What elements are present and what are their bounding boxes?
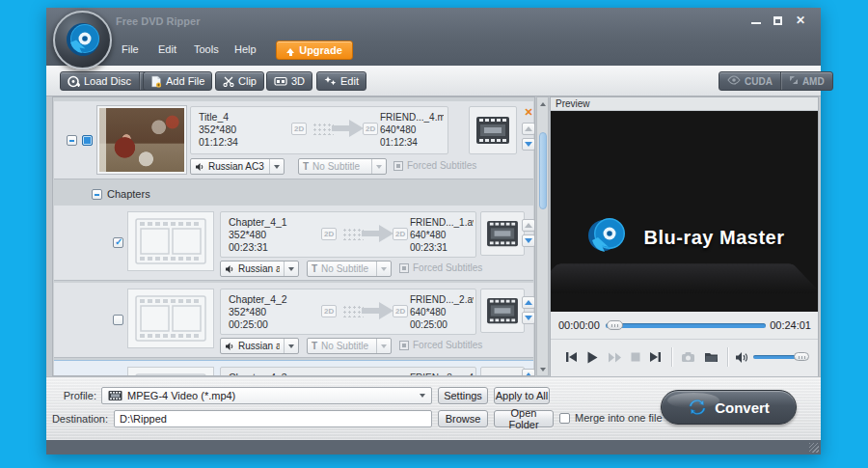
title-row[interactable]: Title_4 352*480 01:12:34 2D 2D FRIEND...… [54, 101, 533, 179]
chapter-row[interactable]: Chapter_4_2 352*480 00:25:00 2D 2D FRIEN… [54, 283, 533, 358]
forced-subtitles-option[interactable]: Forced Subtitles [393, 160, 476, 171]
title-info-box: Title_4 352*480 01:12:34 2D 2D FRIEND...… [190, 106, 448, 154]
remove-row-button[interactable]: ✕ [522, 106, 535, 119]
move-down-button[interactable] [522, 312, 535, 324]
minimize-button[interactable] [747, 13, 765, 28]
forced-subtitles-checkbox[interactable] [399, 263, 409, 273]
move-up-button[interactable] [522, 123, 535, 135]
chapters-label: Chapters [107, 188, 150, 200]
forced-subtitles-checkbox[interactable] [399, 341, 409, 350]
add-file-label: Add File [166, 75, 204, 87]
menu-help[interactable]: Help [234, 43, 257, 55]
chapter-row-selected[interactable]: Chapter_4_3 2D 2D FRIEN...3.mp4 [54, 360, 533, 376]
upgrade-button[interactable]: Upgrade [276, 41, 353, 60]
menu-edit[interactable]: Edit [158, 43, 176, 55]
speaker-icon [195, 162, 204, 172]
chapter-thumbnail[interactable] [127, 211, 214, 271]
profile-dropdown[interactable]: MPEG-4 Video (*.mp4) [101, 387, 432, 404]
menu-file[interactable]: File [122, 43, 139, 55]
move-down-button[interactable] [522, 138, 535, 151]
next-button[interactable] [646, 348, 664, 366]
open-folder-button[interactable]: Open Folder [494, 410, 554, 427]
fast-forward-button[interactable] [606, 348, 623, 366]
format-icon-button[interactable] [469, 106, 517, 154]
chapter-checkbox[interactable] [113, 315, 123, 325]
preview-video-area[interactable]: Blu-ray Master [551, 111, 818, 312]
audio-track-value: Russian ac3 [238, 263, 280, 274]
chapter-thumbnail[interactable] [127, 367, 214, 376]
format-icon-button[interactable] [480, 211, 525, 256]
convert-arrow-icon [332, 119, 365, 142]
audio-track-dropdown[interactable]: Russian ac3 [220, 338, 299, 354]
down-arrow-icon [525, 316, 532, 320]
chapter-thumbnail[interactable] [127, 289, 214, 348]
play-button[interactable] [583, 348, 601, 366]
profile-caret-icon [420, 394, 425, 398]
chapters-collapse-toggle[interactable] [92, 189, 102, 200]
close-button[interactable]: ✕ [792, 13, 809, 28]
edit-button[interactable]: Edit [316, 71, 366, 91]
resize-grip[interactable] [809, 443, 819, 453]
browse-button[interactable]: Browse [438, 410, 488, 427]
window-title: Free DVD Ripper [116, 15, 200, 27]
forced-subtitles-option[interactable]: Forced Subtitles [399, 340, 482, 350]
subtitle-t-icon: T [312, 263, 317, 274]
volume-slider[interactable] [753, 355, 807, 359]
three-d-button[interactable]: 3D [266, 71, 312, 91]
stop-button[interactable] [627, 348, 644, 366]
forced-subtitles-option[interactable]: Forced Subtitles [399, 262, 482, 273]
list-scrollbar[interactable] [536, 96, 549, 376]
subtitle-dropdown[interactable]: T No Subtitle [307, 338, 392, 354]
add-file-button[interactable]: Add File [143, 71, 212, 91]
dropdown-caret-icon [376, 165, 382, 169]
controls-divider [727, 347, 728, 367]
subtitle-t-icon: T [303, 161, 309, 172]
subtitle-dropdown[interactable]: T No Subtitle [307, 261, 392, 277]
clip-button[interactable]: Clip [215, 71, 264, 91]
move-up-button[interactable] [522, 219, 535, 232]
up-arrow-icon [525, 300, 532, 305]
scroll-up-button[interactable] [537, 98, 548, 109]
convert-button[interactable]: Convert [661, 390, 797, 425]
title-checkbox[interactable] [82, 135, 93, 146]
brand-pedestal [551, 263, 818, 293]
scroll-down-icon [540, 368, 546, 372]
audio-track-dropdown[interactable]: Russian AC3 5.. [190, 158, 285, 175]
cuda-button[interactable]: CUDA [719, 72, 780, 90]
merge-checkbox[interactable] [559, 413, 570, 424]
amd-button[interactable]: AMD [781, 72, 832, 90]
move-up-button[interactable] [522, 296, 535, 309]
move-down-button[interactable] [522, 234, 535, 247]
previous-button[interactable] [562, 348, 580, 366]
dropdown-caret-icon [381, 344, 387, 348]
volume-icon-button[interactable] [733, 348, 750, 366]
seek-thumb[interactable] [607, 320, 623, 330]
maximize-button[interactable] [769, 13, 786, 28]
open-folder-icon-button[interactable] [702, 348, 719, 366]
format-icon-button[interactable] [480, 289, 525, 333]
audio-track-dropdown[interactable]: Russian ac3 [220, 261, 299, 277]
merge-option[interactable]: Merge into one file [559, 412, 663, 424]
scrollbar-thumb[interactable] [539, 132, 547, 209]
title-thumbnail[interactable] [97, 106, 186, 174]
snapshot-button[interactable] [679, 348, 696, 366]
subtitle-dropdown[interactable]: T No Subtitle [298, 158, 387, 175]
volume-thumb[interactable] [794, 352, 809, 361]
move-up-button[interactable] [522, 369, 535, 376]
destination-input[interactable] [114, 410, 432, 427]
app-logo-icon [53, 11, 112, 69]
upgrade-arrow-icon [286, 48, 294, 53]
collapse-toggle[interactable] [67, 135, 77, 146]
filmstrip-icon [486, 219, 519, 248]
settings-button[interactable]: Settings [438, 387, 488, 404]
format-icon-button[interactable] [480, 367, 525, 376]
chapter-row[interactable]: Chapter_4_1 352*480 00:23:31 2D 2D FRIEN… [54, 206, 533, 281]
chapter-checkbox[interactable] [113, 237, 123, 248]
convert-arrow-icon [362, 224, 394, 247]
output-2d-badge: 2D [363, 123, 378, 135]
apply-to-all-button[interactable]: Apply to All [494, 387, 550, 404]
seek-slider[interactable] [606, 323, 766, 328]
forced-subtitles-checkbox[interactable] [393, 161, 403, 171]
scroll-down-button[interactable] [537, 364, 548, 374]
menu-tools[interactable]: Tools [194, 43, 219, 55]
